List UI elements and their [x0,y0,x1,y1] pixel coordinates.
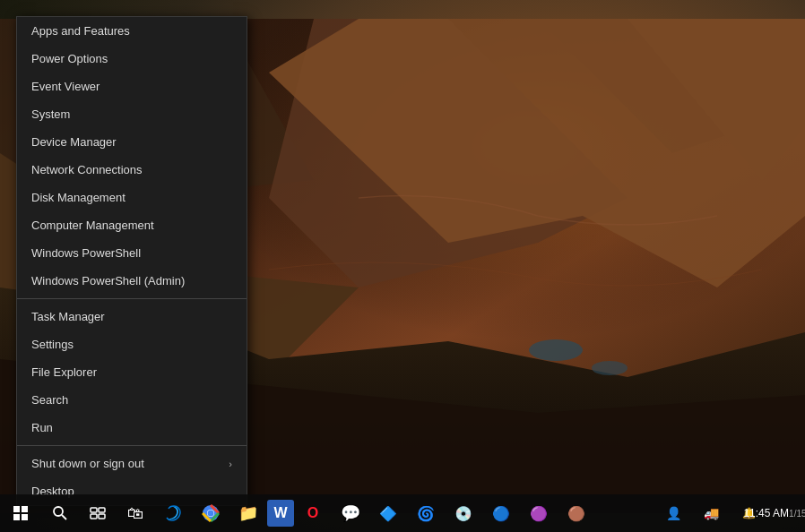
menu-label-shut-down-sign-out: Shut down or sign out [31,457,144,470]
menu-item-task-manager[interactable]: Task Manager [17,303,247,330]
taskbar-opera-button[interactable]: O [294,494,332,532]
taskbar-app5-button[interactable]: 🟣 [520,494,558,532]
menu-label-windows-powershell-admin: Windows PowerShell (Admin) [31,274,185,287]
menu-label-file-explorer: File Explorer [31,365,97,379]
system-tray: 👤 🚚 🔔 11:45 AM 1/15/2021 [654,494,805,532]
taskbar-app4-button[interactable]: 🔵 [482,494,520,532]
menu-item-power-options[interactable]: Power Options [17,45,247,73]
taskbar-explorer-button[interactable]: 📁 [229,494,267,532]
tray-clock[interactable]: 11:45 AM 1/15/2021 [767,494,805,532]
taskbar: 🛍 📁 W O 💬 🔷 🌀 💿 🔵 🟣 🟤 👤 🚚 🔔 11:45 [0,494,805,532]
menu-item-computer-management[interactable]: Computer Management [17,211,247,239]
taskview-icon [90,505,106,521]
edge-icon [164,504,182,522]
tray-icon2[interactable]: 🚚 [692,494,730,532]
menu-label-computer-management: Computer Management [31,219,154,232]
menu-label-device-manager: Device Manager [31,135,117,149]
taskbar-app1-button[interactable]: 🔷 [369,494,407,532]
start-button[interactable] [0,494,41,532]
taskbar-app3-button[interactable]: 💿 [445,494,482,532]
svg-rect-17 [99,514,105,519]
menu-divider-1 [17,298,247,299]
menu-label-disk-management: Disk Management [31,191,126,204]
menu-item-device-manager[interactable]: Device Manager [17,128,247,156]
menu-label-system: System [31,107,70,121]
menu-label-run: Run [31,421,53,434]
menu-item-windows-powershell-admin[interactable]: Windows PowerShell (Admin) [17,267,247,295]
menu-item-windows-powershell[interactable]: Windows PowerShell [17,239,247,267]
tray-icon1[interactable]: 👤 [654,494,692,532]
menu-label-event-viewer: Event Viewer [31,80,100,93]
svg-line-13 [62,515,66,519]
context-menu: Apps and FeaturesPower OptionsEvent View… [16,16,247,506]
svg-point-11 [592,361,628,375]
menu-item-event-viewer[interactable]: Event Viewer [17,73,247,100]
svg-rect-14 [91,508,97,512]
menu-item-file-explorer[interactable]: File Explorer [17,358,247,386]
menu-label-task-manager: Task Manager [31,310,105,323]
taskbar-chrome-button[interactable] [192,494,229,532]
menu-label-power-options: Power Options [31,52,108,65]
menu-label-apps-features: Apps and Features [31,24,130,38]
clock-time: 11:45 AM [743,507,789,519]
taskbar-edge-button[interactable] [154,494,192,532]
taskbar-word-button[interactable]: W [267,500,294,527]
taskbar-search-button[interactable] [41,494,79,532]
menu-arrow-shut-down-sign-out: › [229,459,232,469]
taskbar-taskview-button[interactable] [79,494,117,532]
search-icon [52,505,68,521]
menu-item-settings[interactable]: Settings [17,330,247,358]
menu-label-windows-powershell: Windows PowerShell [31,246,141,260]
menu-label-settings: Settings [31,338,74,351]
menu-label-network-connections: Network Connections [31,163,143,176]
menu-item-search[interactable]: Search [17,386,247,414]
menu-item-network-connections[interactable]: Network Connections [17,156,247,184]
menu-item-shut-down-sign-out[interactable]: Shut down or sign out› [17,450,247,477]
windows-logo-icon [13,506,28,520]
svg-point-20 [208,511,214,517]
clock-date: 1/15/2021 [789,509,805,519]
svg-rect-15 [99,508,105,512]
taskbar-app6-button[interactable]: 🟤 [558,494,595,532]
svg-point-10 [529,339,583,361]
menu-item-apps-features[interactable]: Apps and Features [17,17,247,45]
menu-label-search: Search [31,393,68,407]
chrome-icon [202,504,220,522]
menu-item-disk-management[interactable]: Disk Management [17,184,247,211]
menu-divider-2 [17,445,247,446]
menu-item-system[interactable]: System [17,100,247,128]
taskbar-skype-button[interactable]: 💬 [332,494,369,532]
taskbar-app2-button[interactable]: 🌀 [407,494,445,532]
svg-rect-16 [91,514,97,519]
taskbar-store-button[interactable]: 🛍 [117,494,154,532]
svg-point-12 [54,507,63,516]
menu-item-run[interactable]: Run [17,414,247,442]
